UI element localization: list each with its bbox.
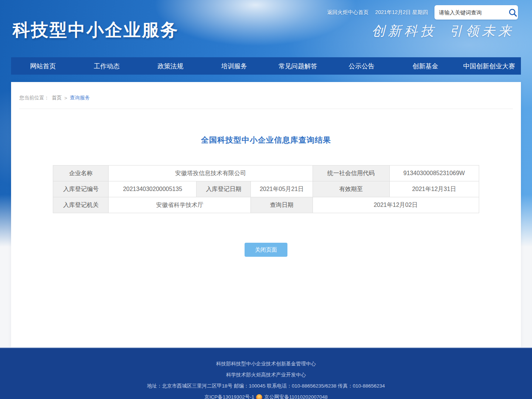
reg-authority-value: 安徽省科学技术厅 [109, 197, 251, 213]
breadcrumb-separator: > [64, 95, 67, 101]
footer-org-line-1: 科技部科技型中小企业技术创新基金管理中心 [0, 358, 532, 369]
site-header: 科技型中小企业服务 返回火炬中心首页 2021年12月2日 星期四 创新科技引领… [0, 0, 532, 57]
reg-authority-label: 入库登记机关 [53, 197, 109, 213]
reg-date-value: 2021年05月21日 [251, 181, 313, 197]
footer-contact-line: 地址：北京市西城区三里河二区甲18号 邮编：100045 联系电话：010-88… [0, 381, 532, 392]
nav-item-competition[interactable]: 中国创新创业大赛 [457, 57, 521, 75]
valid-until-value: 2021年12月31日 [389, 181, 479, 197]
header-top-right: 返回火炬中心首页 2021年12月2日 星期四 [327, 5, 518, 20]
company-name-value: 安徽塔孜信息技术有限公司 [109, 166, 313, 181]
page-title: 全国科技型中小企业信息库查询结果 [11, 135, 521, 145]
nav-item-policies[interactable]: 政策法规 [139, 57, 202, 75]
close-page-button[interactable]: 关闭页面 [245, 243, 287, 257]
nav-item-work-news[interactable]: 工作动态 [75, 57, 139, 75]
slogan-text: 创新科技引领未来 [372, 22, 514, 40]
site-logo: 科技型中小企业服务 [13, 18, 179, 42]
query-date-label: 查询日期 [251, 197, 313, 213]
breadcrumb-current-link[interactable]: 查询服务 [70, 95, 90, 101]
breadcrumb-home-link[interactable]: 首页 [52, 95, 62, 101]
breadcrumb-prefix: 您当前位置： [19, 95, 49, 101]
valid-until-label: 有效期至 [313, 181, 389, 197]
nav-item-innovation-fund[interactable]: 创新基金 [393, 57, 457, 75]
slogan-part2: 引领未来 [449, 23, 514, 38]
search-input[interactable] [439, 10, 508, 16]
breadcrumb-divider [19, 109, 513, 109]
breadcrumb: 您当前位置： 首页 > 查询服务 [11, 82, 521, 101]
company-name-label: 企业名称 [53, 166, 109, 181]
site-footer: 科技部科技型中小企业技术创新基金管理中心 科学技术部火炬高技术产业开发中心 地址… [0, 347, 532, 399]
icp-link[interactable]: 京ICP备13019302号-1 [204, 392, 254, 399]
footer-org-line-2: 科学技术部火炬高技术产业开发中心 [0, 369, 532, 381]
table-row: 企业名称 安徽塔孜信息技术有限公司 统一社会信用代码 9134030008523… [53, 166, 479, 181]
search-box [434, 5, 518, 20]
query-date-value: 2021年12月02日 [313, 197, 479, 213]
content-card: 您当前位置： 首页 > 查询服务 全国科技型中小企业信息库查询结果 企业名称 安… [11, 82, 521, 347]
search-icon[interactable] [508, 8, 518, 17]
main-nav: 网站首页 工作动态 政策法规 培训服务 常见问题解答 公示公告 创新基金 中国创… [11, 57, 521, 75]
table-row: 入库登记机关 安徽省科学技术厅 查询日期 2021年12月02日 [53, 197, 479, 213]
button-row: 关闭页面 [11, 243, 521, 257]
torch-home-link[interactable]: 返回火炬中心首页 [327, 9, 369, 16]
reg-number-value: 202134030200005135 [109, 181, 197, 197]
nav-item-training[interactable]: 培训服务 [202, 57, 266, 75]
result-table: 企业名称 安徽塔孜信息技术有限公司 统一社会信用代码 9134030008523… [53, 165, 479, 213]
nav-item-faq[interactable]: 常见问题解答 [266, 57, 330, 75]
nav-item-home[interactable]: 网站首页 [11, 57, 75, 75]
public-security-badge-icon [256, 394, 262, 399]
nav-item-announcements[interactable]: 公示公告 [330, 57, 394, 75]
slogan-part1: 创新科技 [372, 23, 437, 38]
reg-date-label: 入库登记日期 [197, 181, 251, 197]
current-date: 2021年12月2日 星期四 [375, 9, 428, 16]
reg-number-label: 入库登记编号 [53, 181, 109, 197]
footer-beian-line: 京ICP备13019302号-1 京公网安备11010202007048 [0, 392, 532, 399]
public-security-link[interactable]: 京公网安备11010202007048 [264, 392, 328, 399]
credit-code-value: 91340300085231069W [389, 166, 479, 181]
credit-code-label: 统一社会信用代码 [313, 166, 389, 181]
table-row: 入库登记编号 202134030200005135 入库登记日期 2021年05… [53, 181, 479, 197]
